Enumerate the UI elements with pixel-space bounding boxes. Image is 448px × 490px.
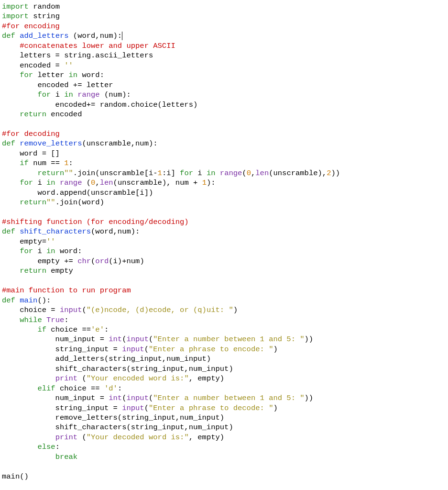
code-token: word.append(unscramble[i]) [2,189,153,197]
code-token: random [33,2,60,11]
code-token: letter [33,71,68,79]
code-token: "Enter a number between 1 and 5: " [153,394,304,402]
code-token: #for decoding [2,130,60,138]
code-token: add_letters [20,32,68,40]
code-token: "" [46,198,55,207]
code-token [2,325,37,334]
code-token: in [207,169,216,178]
code-token: i [33,178,46,187]
code-token [2,316,20,324]
code-block: import random import string #for encodin… [0,0,448,483]
code-token: def [2,296,20,305]
code-token: for [20,178,33,187]
code-token: : [64,316,68,324]
code-token: chr [77,257,91,266]
code-token: )) [331,169,340,178]
code-token: :i] [162,169,180,178]
code-token: "" [64,169,73,178]
code-token: range [77,90,100,99]
code-token: ( [149,335,153,344]
code-token: ( [91,257,95,266]
code-token: 'd' [104,384,118,393]
code-token: 0 [247,169,251,178]
code-token: (unscramble,num): [82,139,157,148]
code-token: input [60,306,82,314]
code-token: : [69,159,73,167]
code-token: main [20,296,37,305]
code-token: ) [273,345,277,354]
code-token: int [109,335,122,344]
code-token: print [55,433,78,442]
code-token: num_input = [2,335,109,344]
code-token [2,443,37,451]
code-token: encoded = [2,61,64,70]
code-token: ) [233,306,238,314]
code-token: ( [82,306,86,314]
code-token: True [46,316,64,324]
code-token: string_input = [2,345,122,354]
code-token: "Your decoded word is:" [87,433,189,442]
code-token: , empty) [189,433,224,442]
code-token: choice == [55,384,104,393]
code-token: (): [37,296,51,305]
code-token: shift_characters [20,227,91,236]
code-token: 'e' [91,325,104,334]
code-token: ( [77,433,87,442]
code-token: range [220,169,242,178]
code-token: break [55,453,78,461]
code-token: ( [82,178,91,187]
code-token: , [251,169,255,178]
code-token: remove_letters(string_input,num_input) [2,413,224,422]
code-token: add_letters(string_input,num_input) [2,355,211,363]
code-token [216,169,220,178]
code-token [2,247,20,256]
code-token: if [20,159,29,167]
code-token: : [55,443,60,451]
code-token [2,433,55,442]
code-token: def [2,227,20,236]
code-token: return [20,267,46,275]
code-token: elif [37,384,55,393]
code-token: (i)+num) [109,257,144,266]
code-token: 1 [202,178,207,187]
code-token: in [64,90,73,99]
code-token: for [20,247,33,256]
code-token [2,267,20,275]
code-token: int [109,394,122,402]
code-token: (num): [100,90,131,99]
code-token: return [20,110,46,119]
code-token: len [255,169,269,178]
code-token: ( [144,404,149,412]
code-token: 1 [158,169,162,178]
code-token: return [37,169,64,178]
code-token: for [20,71,33,79]
code-token [2,169,37,178]
code-token: .join(word) [55,198,104,207]
code-token [55,178,60,187]
code-token: ( [149,394,153,402]
code-token: (unscramble), [269,169,327,178]
code-token: encoded [46,110,82,119]
code-token: main() [2,472,29,481]
code-token: : [118,384,122,393]
code-token [2,453,55,461]
code-token [2,110,20,119]
code-token: empty [46,267,73,275]
code-token: "Enter a number between 1 and 5: " [153,335,304,344]
code-token: .join(unscramble[i- [73,169,158,178]
code-token: num_input = [2,394,109,402]
code-token: print [55,374,78,383]
code-token: while [20,316,42,324]
code-token: input [126,335,149,344]
code-token: import [2,12,33,21]
code-token: empty += [2,257,77,266]
code-token: def [2,32,20,40]
code-token: (unscramble), num + [113,178,202,187]
code-token: , empty) [189,374,224,383]
code-token: encoded+= random.choice(letters) [2,100,197,109]
code-token: input [126,394,149,402]
code-token: "(e)ncode, (d)ecode, or (q)uit: " [87,306,233,314]
code-token: else [37,443,55,451]
code-token: remove_letters [20,139,82,148]
code-token: for [180,169,193,178]
